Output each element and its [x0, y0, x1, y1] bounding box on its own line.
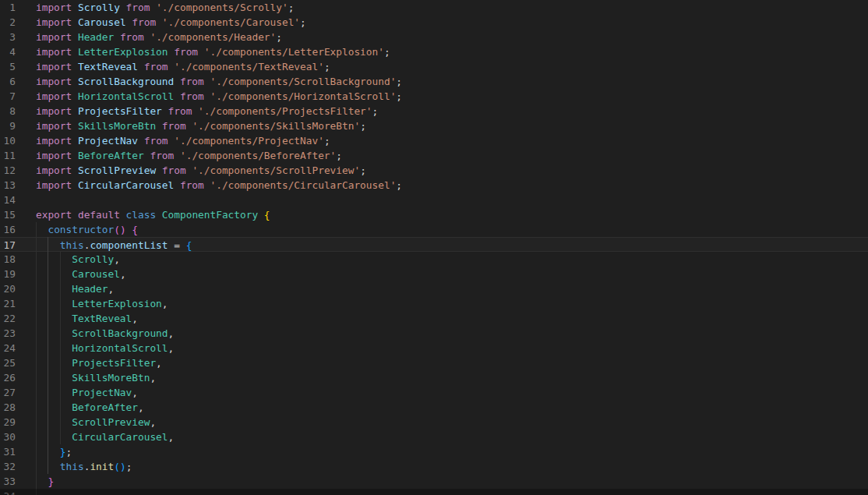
code-token — [72, 46, 78, 58]
code-token: ; — [396, 90, 402, 102]
line-number[interactable]: 14 — [0, 193, 16, 207]
code-line[interactable]: 20 Header, — [0, 281, 868, 296]
code-token — [72, 135, 78, 147]
code-token: CircularCarousel — [78, 179, 174, 191]
code-line[interactable]: 12import ScrollPreview from './component… — [0, 163, 868, 178]
line-number[interactable]: 24 — [0, 341, 16, 355]
code-line[interactable]: 31 }; — [0, 444, 868, 459]
line-number[interactable]: 34 — [0, 489, 16, 495]
code-line[interactable]: 25 ProjectsFilter, — [0, 355, 868, 370]
code-token: , — [168, 342, 175, 354]
code-line[interactable]: 29 ScrollPreview, — [0, 415, 868, 430]
line-number[interactable]: 25 — [0, 355, 16, 370]
code-token — [36, 239, 60, 251]
code-token: TextReveal — [78, 61, 138, 72]
line-number[interactable]: 8 — [0, 104, 16, 118]
code-line[interactable]: 15export default class ComponentFactory … — [0, 207, 868, 222]
line-number[interactable]: 32 — [0, 459, 16, 474]
code-line[interactable]: 24 HorizontalScroll, — [0, 341, 868, 355]
line-number[interactable]: 1 — [0, 0, 16, 15]
line-number[interactable]: 30 — [0, 430, 16, 444]
line-number[interactable]: 18 — [0, 252, 16, 267]
line-number[interactable]: 7 — [0, 89, 16, 104]
code-line[interactable]: 10import ProjectNav from './components/P… — [0, 133, 868, 148]
code-line[interactable]: 18 Scrolly, — [0, 252, 868, 267]
code-token — [72, 179, 78, 191]
code-token: ) — [120, 224, 126, 235]
code-line[interactable]: 4import LetterExplosion from './componen… — [0, 44, 868, 59]
line-number[interactable]: 20 — [0, 281, 16, 296]
code-line[interactable]: 28 BeforeAfter, — [0, 400, 868, 415]
code-line-current[interactable]: 17 this.componentList = { — [0, 237, 868, 252]
line-number[interactable]: 22 — [0, 311, 16, 326]
code-line[interactable]: 27 ProjectNav, — [0, 385, 868, 400]
line-number[interactable]: 31 — [0, 444, 16, 459]
line-number[interactable]: 23 — [0, 326, 16, 341]
code-text: Header, — [36, 281, 114, 296]
code-token — [72, 164, 78, 176]
line-number[interactable]: 15 — [0, 207, 16, 222]
line-number[interactable]: 6 — [0, 74, 16, 89]
line-number[interactable]: 11 — [0, 148, 16, 163]
code-line[interactable]: 23 ScrollBackground, — [0, 326, 868, 341]
code-line[interactable]: 7import HorizontalScroll from './compone… — [0, 89, 868, 104]
code-line[interactable]: 5import TextReveal from './components/Te… — [0, 59, 868, 74]
code-text: import ProjectNav from './components/Pro… — [36, 133, 330, 148]
line-number[interactable]: 4 — [0, 44, 16, 59]
code-token: './components/ScrollBackground' — [210, 76, 397, 87]
line-number[interactable]: 16 — [0, 222, 16, 237]
code-line[interactable]: 9import SkillsMoreBtn from './components… — [0, 118, 868, 133]
code-text: export default class ComponentFactory { — [36, 207, 270, 222]
line-number[interactable]: 28 — [0, 400, 16, 415]
line-number[interactable]: 9 — [0, 118, 16, 133]
line-number[interactable]: 29 — [0, 415, 16, 430]
code-token — [192, 105, 198, 117]
code-line[interactable]: 14 — [0, 193, 868, 207]
code-line[interactable]: 11import BeforeAfter from './components/… — [0, 148, 868, 163]
code-text: ScrollBackground, — [36, 326, 174, 341]
code-token: , — [150, 372, 156, 384]
code-line[interactable]: 16 constructor() { — [0, 222, 868, 237]
line-number[interactable]: 21 — [0, 296, 16, 311]
code-line[interactable]: 21 LetterExplosion, — [0, 296, 868, 311]
code-text: import LetterExplosion from './component… — [36, 44, 390, 59]
line-number[interactable]: 5 — [0, 59, 16, 74]
line-number[interactable]: 19 — [0, 267, 16, 281]
code-line[interactable]: 6import ScrollBackground from './compone… — [0, 74, 868, 89]
code-line[interactable]: 22 TextReveal, — [0, 311, 868, 326]
line-number[interactable]: 12 — [0, 163, 16, 178]
code-text: SkillsMoreBtn, — [36, 370, 156, 385]
code-line[interactable]: 19 Carousel, — [0, 267, 868, 281]
line-number[interactable]: 17 — [0, 238, 16, 253]
code-line[interactable]: 1import Scrolly from './components/Scrol… — [0, 0, 868, 15]
line-number[interactable]: 3 — [0, 30, 16, 44]
code-token: './components/TextReveal' — [174, 61, 324, 72]
code-line[interactable]: 33 } — [0, 474, 868, 489]
code-editor[interactable]: 1import Scrolly from './components/Scrol… — [0, 0, 868, 495]
code-token — [72, 120, 78, 132]
code-token — [198, 46, 204, 58]
code-token — [156, 164, 162, 176]
code-line[interactable]: 30 CircularCarousel, — [0, 430, 868, 444]
code-token — [174, 90, 180, 102]
line-number[interactable]: 2 — [0, 15, 16, 30]
code-token: from — [168, 105, 192, 117]
code-line[interactable]: 8import ProjectsFilter from './component… — [0, 104, 868, 118]
line-number[interactable]: 26 — [0, 370, 16, 385]
code-text: BeforeAfter, — [36, 400, 144, 415]
code-line[interactable]: 26 SkillsMoreBtn, — [0, 370, 868, 385]
code-token: from — [180, 179, 204, 191]
code-line[interactable]: 2import Carousel from './components/Caro… — [0, 15, 868, 30]
line-number[interactable]: 13 — [0, 178, 16, 193]
code-token: ProjectNav — [72, 387, 132, 398]
code-line[interactable]: 13import CircularCarousel from './compon… — [0, 178, 868, 193]
line-number[interactable]: 27 — [0, 385, 16, 400]
line-number[interactable]: 10 — [0, 133, 16, 148]
line-number[interactable]: 33 — [0, 474, 16, 489]
code-token: from — [162, 164, 186, 176]
code-token — [72, 150, 78, 161]
code-line[interactable]: 32 this.init(); — [0, 459, 868, 474]
code-line[interactable]: 3import Header from './components/Header… — [0, 30, 868, 44]
code-line[interactable]: 34 — [0, 489, 868, 495]
code-token: SkillsMoreBtn — [78, 120, 156, 132]
